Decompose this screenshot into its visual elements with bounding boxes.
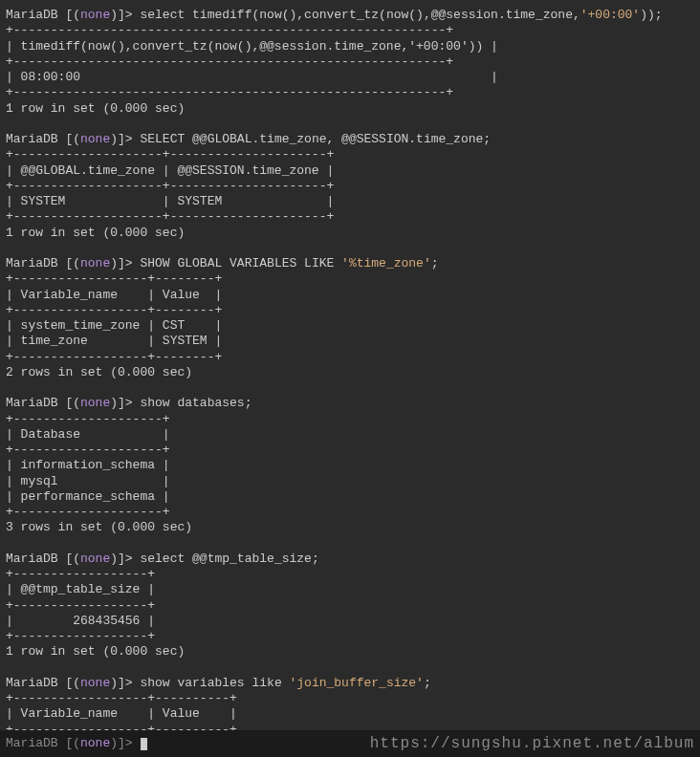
sql-3: SHOW GLOBAL VARIABLES LIKE '%time_zone'; xyxy=(140,256,438,270)
q1-border-mid: +---------------------------------------… xyxy=(6,54,453,69)
cursor-icon xyxy=(141,738,147,750)
q3-border-bot: +------------------+--------+ xyxy=(6,350,222,364)
prompt-3: MariaDB [(none)]> xyxy=(6,256,140,270)
q1-border-bot: +---------------------------------------… xyxy=(6,85,453,99)
q3-header: | Variable_name | Value | xyxy=(6,288,222,302)
prompt-2: MariaDB [(none)]> xyxy=(6,132,140,146)
q6-border-top: +------------------+----------+ xyxy=(6,691,237,705)
q2-footer: 1 row in set (0.000 sec) xyxy=(6,226,185,240)
prompt-4: MariaDB [(none)]> xyxy=(6,396,140,410)
q4-border-top: +--------------------+ xyxy=(6,412,170,426)
q2-header: | @@GLOBAL.time_zone | @@SESSION.time_zo… xyxy=(6,163,334,178)
q2-border-mid: +--------------------+------------------… xyxy=(6,179,334,193)
q2-border-bot: +--------------------+------------------… xyxy=(6,209,334,224)
q3-row2: | time_zone | SYSTEM | xyxy=(6,334,222,348)
sql-6: show variables like 'join_buffer_size'; xyxy=(140,676,430,690)
q5-border-mid: +------------------+ xyxy=(6,598,155,613)
q4-row3: | performance_schema | xyxy=(6,489,170,504)
q5-row: | 268435456 | xyxy=(6,614,155,628)
q4-row2: | mysql | xyxy=(6,474,170,488)
q3-row1: | system_time_zone | CST | xyxy=(6,318,222,333)
watermark-text: https://sungshu.pixnet.net/album xyxy=(370,734,694,753)
prompt-6: MariaDB [(none)]> xyxy=(6,676,140,690)
sql-2: SELECT @@GLOBAL.time_zone, @@SESSION.tim… xyxy=(140,132,491,146)
q4-row1: | information_schema | xyxy=(6,458,170,472)
q2-border-top: +--------------------+------------------… xyxy=(6,147,334,162)
sql-1: select timediff(now(),convert_tz(now(),@… xyxy=(140,8,662,22)
terminal-output: MariaDB [(none)]> select timediff(now(),… xyxy=(6,8,694,757)
prompt-5: MariaDB [(none)]> xyxy=(6,552,140,566)
sql-5: select @@tmp_table_size; xyxy=(140,552,318,566)
q1-footer: 1 row in set (0.000 sec) xyxy=(6,101,185,116)
q5-border-bot: +------------------+ xyxy=(6,629,155,643)
q4-header: | Database | xyxy=(6,427,170,442)
bottom-bar: MariaDB [(none)]> https://sungshu.pixnet… xyxy=(0,730,700,757)
prompt-1: MariaDB [(none)]> xyxy=(6,8,140,22)
prompt-active[interactable]: MariaDB [(none)]> xyxy=(6,736,147,751)
q2-row: | SYSTEM | SYSTEM | xyxy=(6,194,334,208)
q4-border-mid: +--------------------+ xyxy=(6,443,170,457)
q1-header: | timediff(now(),convert_tz(now(),@@sess… xyxy=(6,39,498,54)
q3-border-mid: +------------------+--------+ xyxy=(6,303,222,317)
q1-border-top: +---------------------------------------… xyxy=(6,23,453,37)
q5-border-top: +------------------+ xyxy=(6,567,155,581)
q3-border-top: +------------------+--------+ xyxy=(6,271,222,286)
q1-row: | 08:00:00 | xyxy=(6,70,498,84)
q5-footer: 1 row in set (0.000 sec) xyxy=(6,644,185,659)
sql-4: show databases; xyxy=(140,396,252,410)
q5-header: | @@tmp_table_size | xyxy=(6,582,155,596)
q4-border-bot: +--------------------+ xyxy=(6,505,170,519)
q4-footer: 3 rows in set (0.000 sec) xyxy=(6,520,192,534)
q3-footer: 2 rows in set (0.000 sec) xyxy=(6,365,192,379)
q6-header: | Variable_name | Value | xyxy=(6,706,237,721)
